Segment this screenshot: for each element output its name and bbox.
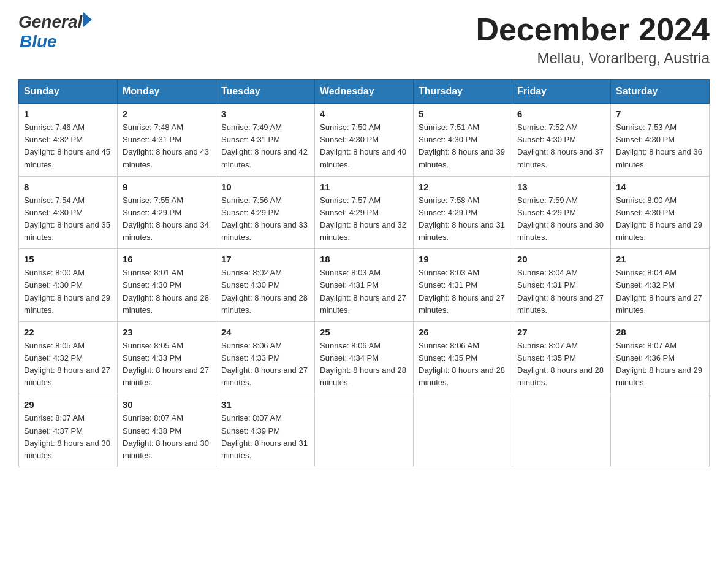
day-info: Sunrise: 7:51 AMSunset: 4:30 PMDaylight:… (419, 121, 507, 171)
day-number: 3 (221, 109, 309, 119)
title-block: December 2024 Mellau, Vorarlberg, Austri… (476, 12, 710, 67)
day-number: 21 (616, 254, 704, 264)
calendar-cell: 29Sunrise: 8:07 AMSunset: 4:37 PMDayligh… (19, 394, 118, 467)
calendar-cell: 20Sunrise: 8:04 AMSunset: 4:31 PMDayligh… (512, 249, 611, 322)
day-number: 25 (320, 327, 408, 337)
day-number: 28 (616, 327, 704, 337)
day-info: Sunrise: 8:07 AMSunset: 4:38 PMDaylight:… (123, 412, 211, 462)
day-info: Sunrise: 8:05 AMSunset: 4:32 PMDaylight:… (24, 340, 112, 389)
day-info: Sunrise: 8:00 AMSunset: 4:30 PMDaylight:… (616, 194, 704, 244)
day-info: Sunrise: 8:02 AMSunset: 4:30 PMDaylight:… (221, 267, 309, 316)
calendar-cell: 10Sunrise: 7:56 AMSunset: 4:29 PMDayligh… (216, 176, 315, 249)
day-info: Sunrise: 8:00 AMSunset: 4:30 PMDaylight:… (24, 267, 112, 316)
day-number: 12 (419, 182, 507, 192)
calendar-cell: 1Sunrise: 7:46 AMSunset: 4:32 PMDaylight… (19, 104, 118, 177)
day-number: 2 (123, 109, 211, 119)
calendar-cell: 18Sunrise: 8:03 AMSunset: 4:31 PMDayligh… (315, 249, 414, 322)
calendar-cell: 15Sunrise: 8:00 AMSunset: 4:30 PMDayligh… (19, 249, 118, 322)
day-number: 13 (517, 182, 605, 192)
weekday-header-wednesday: Wednesday (315, 80, 414, 104)
day-info: Sunrise: 8:01 AMSunset: 4:30 PMDaylight:… (123, 267, 211, 316)
calendar-cell: 7Sunrise: 7:53 AMSunset: 4:30 PMDaylight… (611, 104, 710, 177)
day-info: Sunrise: 8:06 AMSunset: 4:33 PMDaylight:… (221, 340, 309, 389)
day-info: Sunrise: 8:04 AMSunset: 4:31 PMDaylight:… (517, 267, 605, 316)
calendar-cell: 4Sunrise: 7:50 AMSunset: 4:30 PMDaylight… (315, 104, 414, 177)
calendar-cell: 5Sunrise: 7:51 AMSunset: 4:30 PMDaylight… (414, 104, 512, 177)
day-number: 15 (24, 254, 112, 264)
day-info: Sunrise: 7:55 AMSunset: 4:29 PMDaylight:… (123, 194, 211, 244)
day-number: 10 (221, 182, 309, 192)
day-number: 20 (517, 254, 605, 264)
day-info: Sunrise: 8:03 AMSunset: 4:31 PMDaylight:… (419, 267, 507, 316)
weekday-header-tuesday: Tuesday (216, 80, 315, 104)
day-info: Sunrise: 7:49 AMSunset: 4:31 PMDaylight:… (221, 121, 309, 171)
weekday-header-sunday: Sunday (19, 80, 118, 104)
calendar-cell: 25Sunrise: 8:06 AMSunset: 4:34 PMDayligh… (315, 321, 414, 394)
calendar-cell: 27Sunrise: 8:07 AMSunset: 4:35 PMDayligh… (512, 321, 611, 394)
calendar-cell: 14Sunrise: 8:00 AMSunset: 4:30 PMDayligh… (611, 176, 710, 249)
calendar-cell (512, 394, 611, 467)
day-number: 31 (221, 399, 309, 410)
day-number: 17 (221, 254, 309, 264)
day-number: 29 (24, 399, 112, 410)
day-number: 4 (320, 109, 408, 119)
calendar-cell: 11Sunrise: 7:57 AMSunset: 4:29 PMDayligh… (315, 176, 414, 249)
calendar-cell: 12Sunrise: 7:58 AMSunset: 4:29 PMDayligh… (414, 176, 512, 249)
month-title: December 2024 (476, 12, 710, 47)
day-info: Sunrise: 8:04 AMSunset: 4:32 PMDaylight:… (616, 267, 704, 316)
day-number: 6 (517, 109, 605, 119)
day-info: Sunrise: 7:57 AMSunset: 4:29 PMDaylight:… (320, 194, 408, 244)
day-number: 23 (123, 327, 211, 337)
day-number: 27 (517, 327, 605, 337)
calendar-cell (414, 394, 512, 467)
day-info: Sunrise: 7:46 AMSunset: 4:32 PMDaylight:… (24, 121, 112, 171)
calendar-cell: 24Sunrise: 8:06 AMSunset: 4:33 PMDayligh… (216, 321, 315, 394)
calendar-cell: 23Sunrise: 8:05 AMSunset: 4:33 PMDayligh… (118, 321, 216, 394)
calendar-cell: 19Sunrise: 8:03 AMSunset: 4:31 PMDayligh… (414, 249, 512, 322)
weekday-header-saturday: Saturday (611, 80, 710, 104)
calendar-cell: 6Sunrise: 7:52 AMSunset: 4:30 PMDaylight… (512, 104, 611, 177)
day-number: 30 (123, 399, 211, 410)
day-number: 1 (24, 109, 112, 119)
calendar-cell: 17Sunrise: 8:02 AMSunset: 4:30 PMDayligh… (216, 249, 315, 322)
day-info: Sunrise: 8:07 AMSunset: 4:36 PMDaylight:… (616, 340, 704, 389)
calendar-table: SundayMondayTuesdayWednesdayThursdayFrid… (18, 79, 710, 467)
day-number: 9 (123, 182, 211, 192)
calendar-cell: 30Sunrise: 8:07 AMSunset: 4:38 PMDayligh… (118, 394, 216, 467)
calendar-cell: 16Sunrise: 8:01 AMSunset: 4:30 PMDayligh… (118, 249, 216, 322)
day-number: 19 (419, 254, 507, 264)
day-number: 22 (24, 327, 112, 337)
day-number: 8 (24, 182, 112, 192)
weekday-header-monday: Monday (118, 80, 216, 104)
calendar-cell (611, 394, 710, 467)
calendar-cell: 28Sunrise: 8:07 AMSunset: 4:36 PMDayligh… (611, 321, 710, 394)
day-info: Sunrise: 8:07 AMSunset: 4:35 PMDaylight:… (517, 340, 605, 389)
day-info: Sunrise: 8:03 AMSunset: 4:31 PMDaylight:… (320, 267, 408, 316)
day-number: 7 (616, 109, 704, 119)
day-number: 11 (320, 182, 408, 192)
day-number: 18 (320, 254, 408, 264)
day-number: 5 (419, 109, 507, 119)
day-info: Sunrise: 7:53 AMSunset: 4:30 PMDaylight:… (616, 121, 704, 171)
logo: General Blue (18, 12, 92, 52)
day-info: Sunrise: 8:07 AMSunset: 4:37 PMDaylight:… (24, 412, 112, 462)
calendar-cell: 9Sunrise: 7:55 AMSunset: 4:29 PMDaylight… (118, 176, 216, 249)
day-info: Sunrise: 7:58 AMSunset: 4:29 PMDaylight:… (419, 194, 507, 244)
day-info: Sunrise: 8:05 AMSunset: 4:33 PMDaylight:… (123, 340, 211, 389)
logo-general-text: General (18, 12, 82, 32)
page-header: General Blue December 2024 Mellau, Vorar… (18, 12, 710, 67)
calendar-cell (315, 394, 414, 467)
calendar-cell: 8Sunrise: 7:54 AMSunset: 4:30 PMDaylight… (19, 176, 118, 249)
day-info: Sunrise: 7:56 AMSunset: 4:29 PMDaylight:… (221, 194, 309, 244)
logo-arrow-icon (83, 12, 92, 27)
calendar-cell: 26Sunrise: 8:06 AMSunset: 4:35 PMDayligh… (414, 321, 512, 394)
weekday-header-thursday: Thursday (414, 80, 512, 104)
day-number: 26 (419, 327, 507, 337)
day-info: Sunrise: 8:06 AMSunset: 4:35 PMDaylight:… (419, 340, 507, 389)
weekday-header-friday: Friday (512, 80, 611, 104)
calendar-cell: 21Sunrise: 8:04 AMSunset: 4:32 PMDayligh… (611, 249, 710, 322)
location-title: Mellau, Vorarlberg, Austria (476, 50, 710, 67)
calendar-cell: 13Sunrise: 7:59 AMSunset: 4:29 PMDayligh… (512, 176, 611, 249)
calendar-cell: 22Sunrise: 8:05 AMSunset: 4:32 PMDayligh… (19, 321, 118, 394)
day-info: Sunrise: 7:54 AMSunset: 4:30 PMDaylight:… (24, 194, 112, 244)
